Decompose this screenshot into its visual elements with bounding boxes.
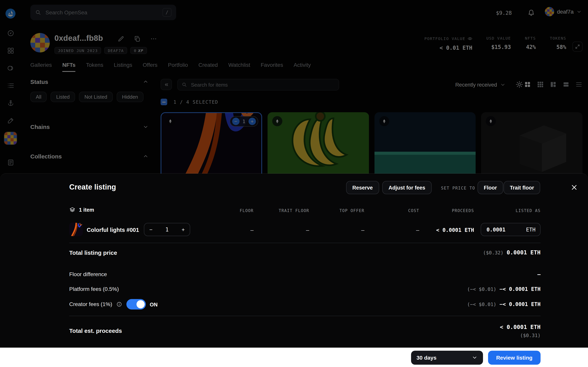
- cost-value: –: [416, 227, 419, 233]
- total-price-eth: 0.0001 ETH: [507, 249, 541, 256]
- floor-difference-value: –: [537, 271, 541, 277]
- quantity-value: 1: [165, 226, 169, 233]
- floor-value: –: [251, 227, 254, 233]
- opensea-app: / $9.28 deaf7a 0xdeaf...fb8b JOINED JUN …: [0, 0, 588, 367]
- quantity-stepper: − 1 +: [144, 223, 190, 236]
- creator-fees-toggle-state: ON: [150, 302, 158, 308]
- column-floor: FLOOR: [240, 208, 254, 213]
- total-listing-price-value: ($0.32) 0.0001 ETH: [483, 249, 541, 256]
- price-input[interactable]: [486, 226, 519, 233]
- items-count-label: 1 item: [79, 207, 94, 213]
- total-listing-price-label: Total listing price: [69, 249, 117, 256]
- column-listed-as: LISTED AS: [516, 208, 541, 213]
- trait-floor-button[interactable]: Trait floor: [504, 181, 540, 194]
- platform-fee-eth: −< 0.0001 ETH: [500, 286, 541, 292]
- set-price-to-label: SET PRICE TO: [441, 186, 475, 190]
- listing-item-name: Colorful lights #001: [87, 227, 139, 233]
- review-listing-button[interactable]: Review listing: [488, 350, 541, 365]
- decrement-button[interactable]: −: [149, 226, 152, 233]
- column-trait-floor: TRAIT FLOOR: [279, 208, 309, 213]
- items-count: 1 item: [69, 207, 94, 213]
- divider: [69, 243, 541, 243]
- proceeds-value: < 0.0001 ETH: [436, 227, 474, 233]
- adjust-for-fees-button[interactable]: Adjust for fees: [382, 181, 432, 194]
- column-proceeds: PROCEEDS: [452, 208, 474, 213]
- increment-button[interactable]: +: [182, 226, 185, 233]
- platform-fees-label: Platform fees (0.5%): [69, 286, 119, 292]
- modal-title: Create listing: [69, 183, 116, 192]
- duration-dropdown[interactable]: 30 days: [411, 350, 483, 365]
- divider: [69, 316, 541, 316]
- column-top-offer: TOP OFFER: [339, 208, 364, 213]
- trait-floor-value: –: [306, 227, 309, 233]
- platform-fees-value: (−< $0.01) −< 0.0001 ETH: [467, 286, 541, 292]
- creator-fees-value: (−< $0.01) −< 0.0001 ETH: [467, 301, 541, 307]
- total-price-usd: ($0.32): [483, 250, 503, 256]
- price-input-group: ETH: [481, 223, 541, 236]
- duration-label: 30 days: [416, 354, 437, 361]
- creator-fee-eth: −< 0.0001 ETH: [500, 301, 541, 307]
- column-cost: COST: [408, 208, 419, 213]
- creator-fees-toggle[interactable]: [126, 299, 146, 309]
- reserve-button[interactable]: Reserve: [346, 181, 379, 194]
- currency-label: ETH: [526, 226, 536, 233]
- listing-item-thumbnail: [69, 223, 83, 236]
- platform-fee-usd: (−< $0.01): [467, 286, 496, 292]
- close-icon[interactable]: [571, 184, 578, 191]
- create-listing-modal: Create listing Reserve Adjust for fees S…: [0, 174, 588, 367]
- creator-fee-usd: (−< $0.01): [467, 301, 496, 307]
- total-proceeds-usd: ($0.31): [520, 333, 541, 338]
- floor-diff-dash: –: [537, 271, 541, 277]
- total-proceeds-eth: < 0.0001 ETH: [500, 324, 541, 330]
- chevron-down-icon: [472, 355, 477, 360]
- info-icon[interactable]: [116, 301, 122, 307]
- modal-footer: 30 days Review listing: [0, 348, 588, 367]
- creator-fees-label: Creator fees (1%): [69, 301, 112, 307]
- layers-icon: [69, 207, 76, 213]
- total-proceeds-label: Total est. proceeds: [69, 327, 122, 334]
- top-offer-value: –: [361, 227, 364, 233]
- floor-difference-label: Floor difference: [69, 271, 107, 277]
- floor-price-button[interactable]: Floor: [477, 181, 503, 194]
